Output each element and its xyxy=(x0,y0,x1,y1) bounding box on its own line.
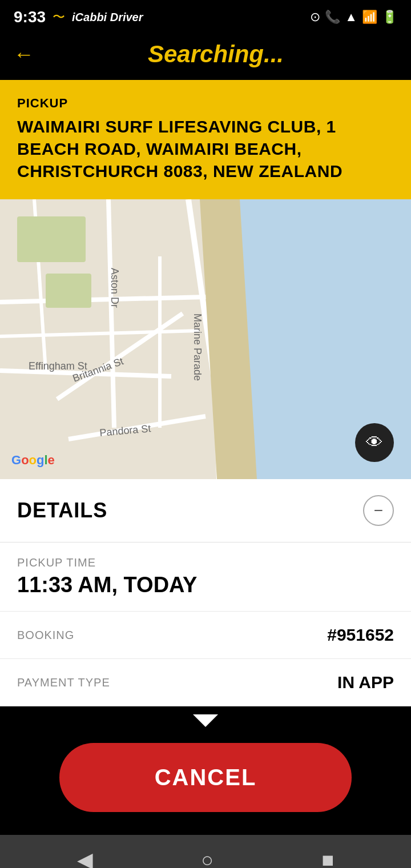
sim-icon: ⊙ xyxy=(310,10,320,25)
nav-recent-button[interactable]: ■ xyxy=(322,848,335,868)
pickup-time-row: PICKUP TIME 11:33 AM, TODAY xyxy=(0,542,411,612)
payment-type-value: IN APP xyxy=(337,673,394,692)
booking-label: BOOKING xyxy=(17,629,327,642)
svg-text:Marine Parade: Marine Parade xyxy=(192,314,203,381)
pickup-time-value: 11:33 AM, TODAY xyxy=(17,573,394,597)
app-header: ← Searching... xyxy=(0,34,411,80)
payment-type-row: PAYMENT TYPE IN APP xyxy=(0,659,411,706)
page-title: Searching... xyxy=(34,41,397,68)
map-svg: Aston Dr Marine Parade Effingham St Brit… xyxy=(0,199,411,479)
payment-type-label: PAYMENT TYPE xyxy=(17,676,337,689)
svg-text:Effingham St: Effingham St xyxy=(29,360,87,372)
pickup-label: PICKUP xyxy=(17,96,394,111)
status-time: 9:33 xyxy=(14,8,46,26)
svg-rect-12 xyxy=(46,274,91,308)
phone-icon: 📞 xyxy=(325,10,340,25)
cancel-button[interactable]: CANCEL xyxy=(59,743,352,812)
booking-value: #951652 xyxy=(327,625,394,645)
status-icons: ⊙ 📞 ▲ 📶 🔋 xyxy=(310,10,397,25)
pickup-banner: PICKUP WAIMAIRI SURF LIFESAVING CLUB, 1 … xyxy=(0,80,411,199)
brand-label: iCabbi Driver xyxy=(72,11,143,24)
eye-icon: 👁 xyxy=(366,433,383,452)
collapse-button[interactable]: − xyxy=(363,495,394,526)
map-view-button[interactable]: 👁 xyxy=(355,423,394,462)
booking-row: BOOKING #951652 xyxy=(0,612,411,659)
pickup-time-label: PICKUP TIME xyxy=(17,556,394,569)
minus-icon: − xyxy=(374,501,383,520)
bottom-indicator xyxy=(0,706,411,727)
svg-text:Aston Dr: Aston Dr xyxy=(109,268,120,308)
pickup-address: WAIMAIRI SURF LIFESAVING CLUB, 1 BEACH R… xyxy=(17,115,394,182)
nav-back-icon: ◀ xyxy=(77,848,93,868)
status-bar: 9:33 〜 iCabbi Driver ⊙ 📞 ▲ 📶 🔋 xyxy=(0,0,411,34)
battery-icon: 🔋 xyxy=(382,10,397,25)
svg-rect-11 xyxy=(17,216,86,262)
details-title: DETAILS xyxy=(17,499,107,523)
nav-bar: ◀ ○ ■ xyxy=(0,835,411,868)
details-header: DETAILS − xyxy=(0,479,411,542)
nav-recent-icon: ■ xyxy=(322,848,335,868)
google-logo: Google xyxy=(11,453,55,468)
cancel-area: CANCEL xyxy=(0,727,411,835)
nav-home-icon: ○ xyxy=(201,848,213,868)
wifi-icon: ▲ xyxy=(345,10,357,25)
back-button[interactable]: ← xyxy=(14,42,34,66)
arrow-down-icon xyxy=(193,714,218,727)
details-section: DETAILS − PICKUP TIME 11:33 AM, TODAY BO… xyxy=(0,479,411,706)
brand-icon: 〜 xyxy=(53,9,65,26)
nav-home-button[interactable]: ○ xyxy=(201,848,213,868)
nav-back-button[interactable]: ◀ xyxy=(77,848,93,868)
signal-icon: 📶 xyxy=(362,10,377,25)
map-view[interactable]: Aston Dr Marine Parade Effingham St Brit… xyxy=(0,199,411,479)
